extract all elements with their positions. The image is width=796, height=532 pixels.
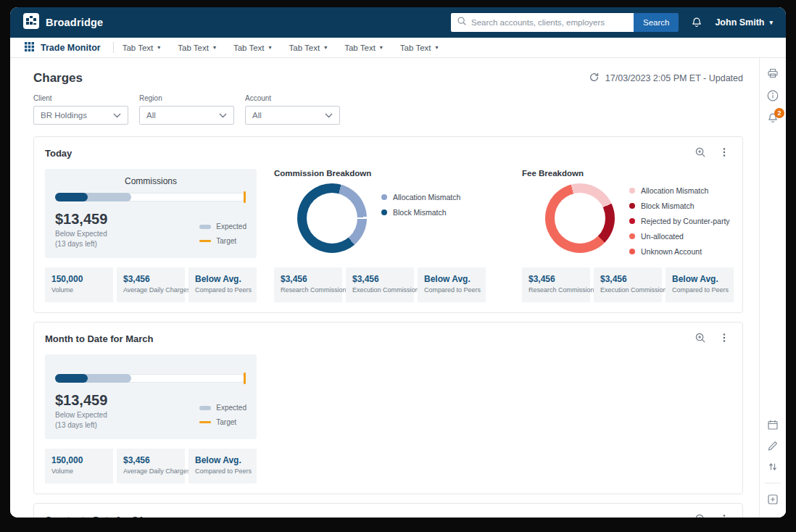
main-content: Charges 17/03/2023 2:05 PM ET - Updated … [10,58,759,518]
tile-value: $3,456 [281,274,336,284]
tab-4[interactable]: Tab Text ▾ [282,43,335,52]
chevron-down-icon: ▾ [380,44,383,51]
tab-label: Tab Text [123,43,154,52]
zoom-in-icon[interactable] [695,332,708,345]
tab-1[interactable]: Tab Text ▾ [115,43,168,52]
tile-value: Below Avg. [195,455,250,465]
filter-client: Client BR Holdings [33,94,128,125]
calendar-icon[interactable] [766,418,779,431]
refresh-icon[interactable] [589,72,600,85]
tile-label: Research Commissions [528,286,584,294]
tab-6[interactable]: Tab Text ▾ [393,43,446,52]
stat-tile: Below Avg. Compared to Peers [666,267,734,302]
kebab-menu-icon[interactable] [718,332,731,345]
legend-label: Target [216,418,236,426]
tab-label: Tab Text [178,43,209,52]
app-switcher[interactable]: Trade Monitor [25,41,113,54]
tile-label: Average Daily Charges [123,286,178,294]
zoom-in-icon[interactable] [695,146,708,159]
top-navigation-bar: Broadridge Search [10,7,786,38]
card-title: Month to Date for March [45,333,154,344]
legend-label: Allocation Mismatch [393,193,460,201]
info-icon[interactable] [766,89,779,102]
legend-label: Allocation Mismatch [641,186,708,195]
commissions-value: $13,459 [55,392,107,409]
legend-dot [629,188,635,194]
commission-tiles: $3,456 Research Commissions $3,456 Execu… [274,267,505,302]
status-text: Below Expected [55,229,107,239]
quarter-to-date-card: Quarter to Date for Q1 [33,503,743,518]
expected-swatch [199,225,211,229]
filter-label: Client [33,94,128,102]
selected-value: All [252,111,262,120]
section-title: Commission Breakdown [274,169,505,178]
commissions-summary-panel: $13,459 Below Expected (13 days left) Ex… [45,354,257,439]
fee-donut-chart[interactable] [545,183,615,253]
chevron-down-icon: ▾ [269,44,272,51]
days-left-text: (13 days left) [55,420,107,431]
kebab-menu-icon[interactable] [718,146,731,159]
legend-label: Expected [216,223,246,230]
legend-label: Rejected by Counter-party [641,217,730,225]
legend-label: Block Mismatch [641,201,695,210]
tab-label: Tab Text [400,43,431,52]
filter-account: Account All [245,94,340,125]
region-select[interactable]: All [139,106,234,125]
tile-value: Below Avg. [424,274,479,284]
tile-value: $3,456 [123,455,178,465]
tile-label: Volume [51,286,107,294]
divider [765,483,781,483]
stat-tile: Below Avg. Compared to Peers [188,449,257,483]
client-select[interactable]: BR Holdings [33,106,128,125]
edit-pencil-icon[interactable] [766,439,779,452]
filter-label: Account [245,94,340,102]
chevron-down-icon: ▾ [324,44,327,51]
stat-tile: 150,000 Volume [45,267,113,302]
last-updated[interactable]: 17/03/2023 2:05 PM ET - Updated [589,72,743,85]
card-title: Quarter to Date for Q1 [45,515,144,518]
tab-3[interactable]: Tab Text ▾ [226,43,279,52]
account-select[interactable]: All [245,106,340,125]
target-swatch [199,240,211,242]
search-button[interactable]: Search [634,13,679,32]
tab-label: Tab Text [344,43,376,52]
tab-label: Tab Text [233,43,265,52]
section-title: Fee Breakdown [522,169,739,178]
stat-tile: Below Avg. Compared to Peers [418,267,486,302]
grid-apps-icon [25,41,34,54]
legend-dot [381,194,387,200]
month-to-date-card: Month to Date for March [33,322,743,494]
global-search: Search [451,13,679,32]
chevron-down-icon [325,113,333,118]
alerts-bell-icon[interactable]: 2 [766,112,779,125]
tile-value: 150,000 [51,455,107,465]
add-widget-icon[interactable] [766,493,779,506]
user-name: John Smith [715,17,764,28]
tile-value: $3,456 [352,274,407,284]
kebab-menu-icon[interactable] [718,513,731,518]
progress-actual [55,374,88,383]
search-input[interactable] [471,18,628,27]
stat-tile: $3,456 Average Daily Charges [117,449,185,483]
print-icon[interactable] [766,67,779,80]
days-left-text: (13 days left) [55,239,107,249]
user-menu[interactable]: John Smith ▾ [715,17,773,28]
stat-tile: Below Avg. Compared to Peers [188,267,257,302]
legend-dot [381,209,387,215]
target-swatch [199,421,211,423]
commission-donut-chart[interactable] [297,183,367,253]
progress-legend: Expected Target [199,392,246,430]
chevron-down-icon: ▾ [769,19,773,26]
sort-arrows-icon[interactable] [766,460,779,473]
search-icon [457,16,467,29]
tile-value: $3,456 [600,274,655,284]
legend-label: Unknown Account [641,247,702,256]
notifications-bell-icon[interactable] [690,16,703,29]
tile-label: Compared to Peers [195,286,250,294]
commission-breakdown: Commission Breakdown Allocation Mismatch [274,169,505,258]
zoom-in-icon[interactable] [695,513,708,518]
stat-tile: $3,456 Research Commissions [274,267,342,302]
tab-5[interactable]: Tab Text ▾ [337,43,390,52]
tab-2[interactable]: Tab Text ▾ [170,43,223,52]
legend-dot [629,233,635,239]
